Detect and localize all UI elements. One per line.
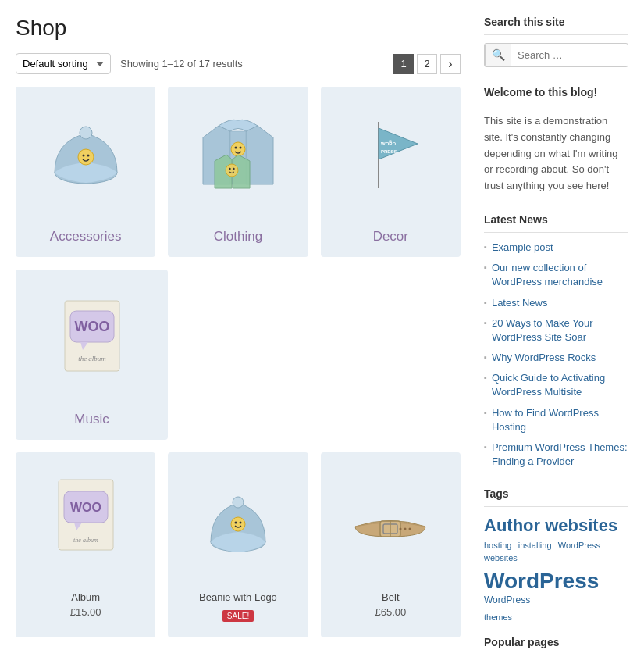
- sidebar: Search this site 🔍 Welcome to this blog!…: [484, 16, 628, 655]
- pagination: 1 2 ›: [393, 54, 461, 74]
- album-product-price: £15.00: [16, 606, 155, 618]
- svg-point-30: [234, 522, 237, 524]
- album-product-name: Album: [16, 585, 155, 606]
- svg-point-16: [389, 140, 392, 143]
- belt-product-name: Belt: [321, 585, 461, 606]
- news-icon-6: ▪: [484, 408, 487, 417]
- news-icon-3: ▪: [484, 318, 487, 327]
- tag-themes[interactable]: themes: [484, 612, 512, 622]
- svg-point-29: [231, 517, 245, 531]
- search-title: Search this site: [484, 16, 628, 35]
- welcome-text: This site is a demonstration site. It's …: [484, 113, 628, 195]
- album-product-image: WOO the album: [16, 452, 155, 585]
- svg-point-28: [233, 497, 244, 508]
- svg-point-11: [233, 168, 234, 170]
- music-label: Music: [16, 402, 168, 440]
- music-image: WOO the album: [16, 270, 168, 402]
- category-clothing[interactable]: Clothing: [168, 87, 308, 257]
- category-decor[interactable]: WORD PRESS Decor: [321, 87, 461, 257]
- search-input[interactable]: [511, 45, 628, 66]
- sort-select[interactable]: Default sorting: [16, 53, 111, 74]
- accessories-label: Accessories: [16, 220, 155, 257]
- page-2-button[interactable]: 2: [417, 54, 437, 74]
- svg-text:WOO: WOO: [74, 319, 109, 334]
- news-list: ▪ Example post ▪ Our new collection of W…: [484, 241, 628, 469]
- svg-point-7: [234, 147, 237, 149]
- product-album[interactable]: WOO the album Album £15.00: [16, 452, 155, 637]
- search-box: 🔍: [484, 43, 628, 67]
- tags-author-row: Author websites hosting installing WordP…: [484, 516, 628, 563]
- belt-image: [321, 452, 461, 585]
- news-item-6: ▪ How to Find WordPress Hosting: [484, 406, 628, 434]
- news-item-7: ▪ Premium WordPress Themes: Finding a Pr…: [484, 441, 628, 469]
- svg-point-3: [82, 155, 84, 157]
- latest-news-section: Latest News ▪ Example post ▪ Our new col…: [484, 213, 628, 469]
- product-belt[interactable]: Belt £65.00: [321, 452, 461, 637]
- svg-text:the album: the album: [73, 537, 98, 544]
- news-link-6[interactable]: How to Find WordPress Hosting: [492, 406, 628, 434]
- welcome-section: Welcome to this blog! This site is a dem…: [484, 86, 628, 195]
- news-item-2: ▪ Latest News: [484, 296, 628, 310]
- search-icon[interactable]: 🔍: [485, 44, 511, 66]
- svg-text:WOO: WOO: [70, 501, 101, 514]
- svg-point-1: [80, 127, 92, 139]
- news-link-0[interactable]: Example post: [492, 241, 553, 255]
- news-link-4[interactable]: Why WordPress Rocks: [492, 351, 596, 365]
- accessories-image: [16, 87, 155, 220]
- category-accessories[interactable]: Accessories: [16, 87, 155, 257]
- products-grid: WOO the album Album £15.00: [16, 452, 461, 637]
- music-row: WOO the album Music: [16, 270, 461, 440]
- popular-title: Popular pages: [484, 636, 628, 655]
- news-icon-0: ▪: [484, 242, 487, 252]
- tag-author-websites[interactable]: Author websites: [484, 516, 628, 535]
- svg-point-10: [229, 168, 230, 170]
- news-icon-1: ▪: [484, 262, 487, 272]
- news-item-4: ▪ Why WordPress Rocks: [484, 351, 628, 365]
- tag-hosting[interactable]: hosting: [484, 541, 511, 550]
- beanie-logo-name: Beanie with Logo: [168, 585, 308, 606]
- page-title: Shop: [16, 16, 461, 41]
- svg-point-2: [78, 149, 94, 165]
- svg-point-9: [226, 164, 238, 177]
- latest-news-title: Latest News: [484, 213, 628, 233]
- news-item-1: ▪ Our new collection of WordPress mercha…: [484, 261, 628, 289]
- tags-wordpress-row: WordPress WordPress: [484, 569, 628, 606]
- decor-label: Decor: [321, 220, 461, 257]
- svg-point-4: [87, 155, 89, 157]
- tags-themes-row: themes: [484, 611, 628, 623]
- news-item-3: ▪ 20 Ways to Make Your WordPress Site So…: [484, 316, 628, 344]
- news-link-1[interactable]: Our new collection of WordPress merchand…: [492, 261, 628, 289]
- svg-point-31: [239, 522, 241, 524]
- popular-section: Popular pages: [484, 636, 628, 655]
- news-link-5[interactable]: Quick Guide to Activating WordPress Mult…: [492, 371, 628, 399]
- news-item-5: ▪ Quick Guide to Activating WordPress Mu…: [484, 371, 628, 399]
- toolbar: Default sorting Showing 1–12 of 17 resul…: [16, 53, 461, 74]
- news-icon-2: ▪: [484, 298, 487, 307]
- tag-wordpress-small[interactable]: WordPress: [484, 594, 530, 605]
- product-beanie-logo[interactable]: Beanie with Logo SALE!: [168, 452, 308, 637]
- svg-text:the album: the album: [78, 355, 106, 362]
- tags-title: Tags: [484, 487, 628, 507]
- news-icon-5: ▪: [484, 373, 487, 382]
- tag-wordpress-link[interactable]: WordPress: [558, 541, 600, 550]
- page-1-button[interactable]: 1: [393, 54, 414, 74]
- category-music[interactable]: WOO the album Music: [16, 270, 168, 440]
- tags-section: Tags Author websites hosting installing …: [484, 487, 628, 623]
- beanie-logo-image: [168, 452, 308, 585]
- clothing-label: Clothing: [168, 220, 308, 257]
- main-content: Shop Default sorting Showing 1–12 of 17 …: [16, 16, 461, 655]
- svg-point-6: [231, 142, 245, 156]
- svg-point-36: [404, 528, 407, 530]
- page-next-button[interactable]: ›: [440, 54, 461, 74]
- news-link-2[interactable]: Latest News: [492, 296, 548, 310]
- belt-product-price: £65.00: [321, 606, 461, 618]
- tag-websites[interactable]: websites: [484, 553, 518, 562]
- svg-point-8: [239, 147, 241, 149]
- result-count: Showing 1–12 of 17 results: [120, 58, 243, 70]
- svg-point-35: [400, 528, 402, 530]
- tag-installing[interactable]: installing: [518, 541, 552, 550]
- sale-badge-label: SALE!: [222, 610, 254, 622]
- tag-wordpress-big[interactable]: WordPress: [484, 569, 599, 593]
- news-link-7[interactable]: Premium WordPress Themes: Finding a Prov…: [492, 441, 628, 469]
- news-link-3[interactable]: 20 Ways to Make Your WordPress Site Soar: [492, 316, 628, 344]
